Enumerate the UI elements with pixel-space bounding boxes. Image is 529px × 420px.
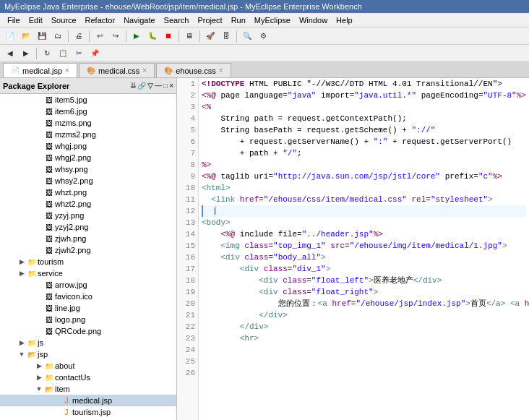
tab-medical-css[interactable]: 🎨 medical.css × bbox=[79, 63, 155, 77]
menu-bar: File Edit Source Refactor Navigate Searc… bbox=[0, 13, 529, 27]
folder-tourism[interactable]: ▶ 📁 tourism bbox=[0, 256, 176, 267]
tab-jsp-icon: 📄 bbox=[11, 67, 20, 74]
file-icon: 🖼 bbox=[43, 316, 55, 324]
folder-contact-us[interactable]: ▶ 📁 contactUs bbox=[0, 372, 176, 383]
menu-myeclipse[interactable]: MyEclipse bbox=[250, 14, 295, 26]
list-item[interactable]: 🖼 mzms2.png bbox=[0, 129, 176, 140]
menu-run[interactable]: Run bbox=[227, 14, 250, 26]
close-icon[interactable]: × bbox=[169, 82, 173, 90]
tab-medical-jsp-close[interactable]: × bbox=[65, 67, 69, 74]
redo-btn[interactable]: ↪ bbox=[108, 29, 123, 43]
link-with-editor-icon[interactable]: 🔗 bbox=[137, 82, 146, 90]
folder-about[interactable]: ▶ 📁 about bbox=[0, 360, 176, 372]
back-btn[interactable]: ◀ bbox=[3, 46, 17, 61]
file-icon: 🖼 bbox=[43, 131, 55, 139]
code-editor[interactable]: <!DOCTYPE HTML PUBLIC "-//W3C//DTD HTML … bbox=[199, 78, 529, 420]
save-all-btn[interactable]: 🗂 bbox=[51, 29, 65, 43]
folder-jsp[interactable]: ▼ 📂 jsp bbox=[0, 348, 176, 360]
list-item[interactable]: 🖼 logo.png bbox=[0, 314, 176, 325]
jsp-file-icon: J bbox=[61, 397, 72, 405]
list-item[interactable]: 🖼 whgj.png bbox=[0, 140, 176, 152]
file-tourism-jsp[interactable]: J tourism.jsp bbox=[0, 406, 176, 418]
tab-medical-jsp[interactable]: 📄 medical.jsp × bbox=[3, 63, 77, 77]
editor-area[interactable]: 12345 678910 1112131415 1617181920 21222… bbox=[177, 78, 529, 420]
file-icon: 🖼 bbox=[43, 327, 55, 335]
tab-ehouse-css[interactable]: 🎨 ehouse.css × bbox=[156, 63, 231, 77]
debug-btn[interactable]: 🐛 bbox=[145, 29, 160, 43]
db-btn[interactable]: 🗄 bbox=[219, 29, 233, 43]
code-line: + path + "/"; bbox=[202, 147, 526, 159]
list-item[interactable]: 🖼 whgj2.png bbox=[0, 152, 176, 163]
copy-btn[interactable]: 📋 bbox=[56, 46, 70, 61]
code-line: <div class="float_left">医养老地产</div> bbox=[202, 275, 526, 286]
file-icon: 🖼 bbox=[43, 119, 55, 127]
list-item[interactable]: 🖼 item5.jpg bbox=[0, 94, 176, 106]
file-medical-jsp[interactable]: J medical.jsp bbox=[0, 395, 176, 406]
sep7 bbox=[36, 48, 37, 59]
list-item[interactable]: 🖼 yzyj2.png bbox=[0, 221, 176, 233]
file-icon: 🖼 bbox=[43, 223, 55, 231]
view-menu-icon[interactable]: ▽ bbox=[147, 82, 153, 90]
file-icon: 🖼 bbox=[43, 235, 55, 243]
menu-project[interactable]: Project bbox=[193, 14, 226, 26]
list-item[interactable]: 🖼 zjwh2.png bbox=[0, 244, 176, 256]
menu-navigate[interactable]: Navigate bbox=[119, 14, 159, 26]
folder-arrow: ▼ bbox=[35, 385, 43, 393]
maximize-icon[interactable]: □ bbox=[163, 82, 168, 90]
folder-service[interactable]: ▶ 📁 service bbox=[0, 267, 176, 279]
list-item[interactable]: 🖼 mzms.png bbox=[0, 117, 176, 129]
list-item[interactable]: 🖼 whzt.png bbox=[0, 187, 176, 198]
list-item[interactable]: 🖼 whsy2.png bbox=[0, 175, 176, 187]
list-item[interactable]: 🖼 item6.jpg bbox=[0, 106, 176, 117]
forward-btn[interactable]: ▶ bbox=[19, 46, 33, 61]
folder-icon: 📁 bbox=[26, 339, 38, 347]
menu-search[interactable]: Search bbox=[160, 14, 194, 26]
list-item[interactable]: 🖼 whzt2.png bbox=[0, 198, 176, 210]
minimize-icon[interactable]: — bbox=[155, 82, 162, 90]
stop-btn[interactable]: ⏹ bbox=[161, 29, 176, 43]
code-line: <% bbox=[202, 101, 526, 113]
panel-header-icons: ⇊ 🔗 ▽ — □ × bbox=[130, 82, 173, 90]
open-btn[interactable]: 📂 bbox=[19, 29, 33, 43]
refresh-btn[interactable]: ↻ bbox=[40, 46, 54, 61]
tab-ehouse-css-close[interactable]: × bbox=[219, 67, 223, 74]
list-item[interactable]: 🖼 favicon.ico bbox=[0, 291, 176, 302]
list-item[interactable]: 🖼 arrow.jpg bbox=[0, 279, 176, 291]
menu-refactor[interactable]: Refactor bbox=[81, 14, 120, 26]
list-item[interactable]: 🖼 line.jpg bbox=[0, 302, 176, 314]
code-line: <hr> bbox=[202, 333, 526, 344]
server-btn[interactable]: 🖥 bbox=[182, 29, 197, 43]
menu-file[interactable]: File bbox=[3, 14, 25, 26]
folder-arrow: ▼ bbox=[17, 351, 26, 358]
folder-item[interactable]: ▼ 📂 item bbox=[0, 383, 176, 395]
menu-help[interactable]: Help bbox=[332, 14, 357, 26]
print-btn[interactable]: 🖨 bbox=[72, 29, 86, 43]
run-btn[interactable]: ▶ bbox=[129, 29, 144, 43]
code-line: | bbox=[202, 205, 526, 217]
cut-btn[interactable]: ✂ bbox=[72, 46, 86, 61]
tab-medical-css-close[interactable]: × bbox=[142, 67, 147, 74]
settings-btn[interactable]: ⚙ bbox=[256, 29, 270, 43]
folder-js[interactable]: ▶ 📁 js bbox=[0, 337, 176, 348]
deploy-btn[interactable]: 🚀 bbox=[203, 29, 218, 43]
folder-arrow: ▶ bbox=[35, 374, 43, 381]
menu-window[interactable]: Window bbox=[295, 14, 332, 26]
search-btn[interactable]: 🔍 bbox=[240, 29, 254, 43]
undo-btn[interactable]: ↩ bbox=[93, 29, 107, 43]
main-layout: Package Explorer ⇊ 🔗 ▽ — □ × 🖼 item5.jpg bbox=[0, 78, 529, 420]
package-explorer-tree[interactable]: 🖼 item5.jpg 🖼 item6.jpg 🖼 mzms.png 🖼 mzm… bbox=[0, 94, 176, 420]
file-icon: 🖼 bbox=[43, 281, 55, 289]
collapse-all-icon[interactable]: ⇊ bbox=[130, 82, 136, 90]
file-icon: 🖼 bbox=[43, 142, 55, 150]
menu-source[interactable]: Source bbox=[47, 14, 81, 26]
new-btn[interactable]: 📄 bbox=[3, 29, 17, 43]
folder-open-icon: 📂 bbox=[26, 351, 38, 359]
list-item[interactable]: 🖼 QRCode.png bbox=[0, 325, 176, 337]
list-item[interactable]: 🖼 yzyj.png bbox=[0, 210, 176, 221]
list-item[interactable]: 🖼 whsy.png bbox=[0, 163, 176, 175]
save-btn[interactable]: 💾 bbox=[35, 29, 49, 43]
menu-edit[interactable]: Edit bbox=[25, 14, 47, 26]
sep4 bbox=[179, 30, 179, 42]
list-item[interactable]: 🖼 zjwh.png bbox=[0, 233, 176, 244]
paste-btn[interactable]: 📌 bbox=[87, 46, 102, 61]
